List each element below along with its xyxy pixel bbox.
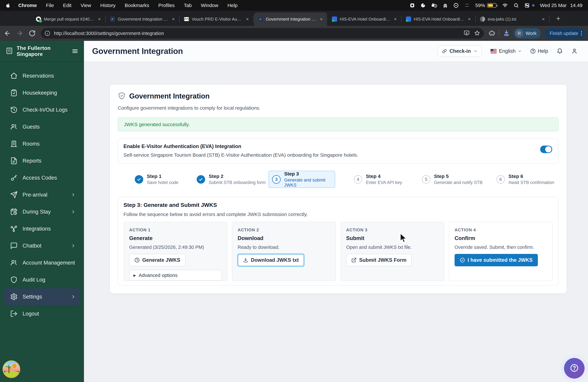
tab-close-icon[interactable]: ×: [245, 16, 250, 22]
action-card-generate: ACTION 1 Generate Generated (3/25/2026, …: [124, 222, 228, 281]
sidebar-item-checkinout-logs[interactable]: Check-In/Out Logs: [0, 101, 84, 118]
help-button[interactable]: Help: [530, 48, 548, 54]
sidebar-item-chatbot[interactable]: Chatbot: [0, 237, 84, 254]
magnet-app-icon[interactable]: [443, 3, 448, 8]
tab-merge-pr[interactable]: ✓ Merge pull request #2406 fr ×: [32, 12, 105, 26]
tab-his-eva-1[interactable]: HIS-EVA Hotel Onboarding ×: [328, 12, 401, 26]
checkin-dropdown-button[interactable]: Check-in: [437, 45, 482, 57]
tab-close-icon[interactable]: ×: [97, 16, 102, 22]
profile-chip[interactable]: R Work: [514, 28, 541, 39]
sidebar-item-reservations[interactable]: Reservations: [0, 67, 84, 84]
sidebar-item-rooms[interactable]: Rooms: [0, 135, 84, 152]
sidebar-collapse-icon[interactable]: [72, 48, 78, 55]
chrome-toolbar: http://localhost:3000/settings/governmen…: [0, 26, 588, 41]
help-fab-button[interactable]: [564, 358, 585, 379]
docker-alert-icon[interactable]: [431, 3, 437, 8]
menubar-item-bookmarks[interactable]: Bookmarks: [121, 3, 153, 8]
tab-vouch-prd[interactable]: Vouch PRD E-Visitor Authen ×: [180, 12, 253, 26]
user-icon[interactable]: [571, 48, 578, 54]
tab-close-icon[interactable]: ×: [393, 16, 398, 22]
sidebar-item-settings[interactable]: Settings: [4, 288, 80, 305]
history-clock-icon: [10, 106, 18, 114]
tab-close-icon[interactable]: ×: [171, 16, 176, 22]
sidebar-item-label: Rooms: [22, 141, 40, 147]
battery-indicator[interactable]: 59%: [475, 3, 497, 8]
sidebar-item-integrations[interactable]: Integrations: [0, 220, 84, 237]
shutter-app-icon[interactable]: [420, 3, 426, 8]
advanced-options-toggle[interactable]: ▶ Advanced options: [129, 270, 222, 281]
chevron-down-icon: [474, 49, 477, 53]
menubar-item-tab[interactable]: Tab: [180, 3, 195, 8]
spotlight-search-icon[interactable]: [514, 3, 519, 8]
menubar-item-view[interactable]: View: [77, 3, 95, 8]
menubar-item-edit[interactable]: Edit: [59, 3, 75, 8]
panel-title: Step 3: Generate and Submit JWKS: [124, 202, 217, 208]
circle-help-icon: [530, 48, 536, 54]
bell-icon[interactable]: [557, 48, 563, 54]
sidebar-item-label: Pre-arrival: [22, 192, 47, 198]
play-circle-icon[interactable]: [453, 3, 459, 8]
finish-update-button[interactable]: Finish update: [545, 28, 585, 39]
step-5[interactable]: 5 Step 5Generate and notify STB: [422, 171, 483, 188]
site-info-icon[interactable]: [44, 30, 50, 36]
stage-manager-icon[interactable]: [410, 3, 415, 8]
sidebar-item-account-management[interactable]: Account Management: [0, 254, 84, 271]
success-message: JWKS generated successfully.: [124, 122, 190, 127]
eva-toggle[interactable]: [540, 146, 552, 153]
download-jwks-button[interactable]: Download JWKS txt: [238, 254, 304, 266]
step-3-active[interactable]: 3 Step 3Generate and submit JWKS: [269, 171, 335, 188]
sidebar-item-access-codes[interactable]: Access Codes: [0, 169, 84, 186]
tab-title: Merge pull request #2406 fr: [44, 17, 94, 22]
step-2[interactable]: Step 2Submit STB onboarding form: [197, 171, 266, 188]
menubar-item-history[interactable]: History: [96, 3, 119, 8]
menubar-item-window[interactable]: Window: [197, 3, 222, 8]
sidebar-item-reports[interactable]: Reports: [0, 152, 84, 169]
sidebar-item-audit-log[interactable]: Audit Log: [0, 271, 84, 288]
action-label: ACTION 3: [346, 227, 439, 233]
downloads-icon[interactable]: [503, 30, 510, 37]
reload-button[interactable]: [27, 28, 37, 38]
back-button[interactable]: [2, 28, 12, 38]
sidebar-item-guests[interactable]: Guests: [0, 118, 84, 135]
step-1[interactable]: Step 1Save hotel code: [135, 171, 179, 188]
language-selector[interactable]: English: [490, 48, 522, 54]
submit-jwks-form-button[interactable]: Submit JWKS Form: [346, 254, 412, 266]
tab-close-icon[interactable]: ×: [319, 16, 324, 22]
profile-avatar: R: [515, 29, 523, 37]
tab-his-eva-2[interactable]: HIS-EVA Hotel Onboarding ×: [402, 12, 475, 26]
url-text[interactable]: http://localhost:3000/settings/governmen…: [54, 31, 463, 36]
shield-check-icon: [118, 92, 126, 100]
control-center-icon[interactable]: [524, 3, 530, 8]
apple-icon[interactable]: [5, 2, 11, 8]
keyboard-brightness-icon[interactable]: [464, 3, 470, 8]
tab-close-icon[interactable]: ×: [467, 16, 472, 22]
sidebar-item-during-stay[interactable]: During Stay: [0, 203, 84, 220]
tab-gov-integration-active[interactable]: ✓ Government Integration - A ×: [254, 12, 327, 26]
tab-close-icon[interactable]: ×: [541, 16, 546, 22]
bookmark-star-icon[interactable]: [474, 30, 480, 37]
tab-eva-jwks-txt[interactable]: eva-jwks (1).txt ×: [476, 12, 549, 26]
menubar-item-chrome[interactable]: Chrome: [14, 3, 41, 8]
generate-jwks-button[interactable]: Generate JWKS: [129, 254, 186, 266]
forward-button[interactable]: [15, 28, 25, 38]
install-app-icon[interactable]: [463, 30, 470, 37]
menubar-item-file[interactable]: File: [42, 3, 58, 8]
step-4[interactable]: 4 Step 4Enter EVA API key: [354, 171, 402, 188]
screen: Chrome File Edit View History Bookmarks …: [0, 0, 588, 382]
confirm-submitted-button[interactable]: I have submitted the JWKS: [455, 254, 538, 266]
new-tab-button[interactable]: +: [554, 14, 563, 23]
menubar-item-help[interactable]: Help: [223, 3, 241, 8]
sidebar-item-housekeeping[interactable]: Housekeeping: [0, 84, 84, 101]
sidebar-item-logout[interactable]: Logout: [0, 305, 84, 322]
url-bar[interactable]: http://localhost:3000/settings/governmen…: [41, 28, 484, 39]
menubar-clock[interactable]: Wed 25 Mar 14.49: [540, 3, 583, 8]
wifi-icon[interactable]: [502, 3, 508, 8]
tropical-island-avatar-image: [3, 361, 20, 377]
tab-gov-integration-1[interactable]: ✓ Government Integration - A ×: [106, 12, 179, 26]
chrome-menu-icon[interactable]: [581, 31, 582, 36]
sidebar-item-pre-arrival[interactable]: Pre-arrival: [0, 186, 84, 203]
step-6[interactable]: 6 Step 6Await STB confirmation: [496, 171, 554, 188]
workspace-avatar[interactable]: [3, 361, 20, 378]
menubar-item-profiles[interactable]: Profiles: [154, 3, 179, 8]
extensions-icon[interactable]: [488, 30, 495, 37]
